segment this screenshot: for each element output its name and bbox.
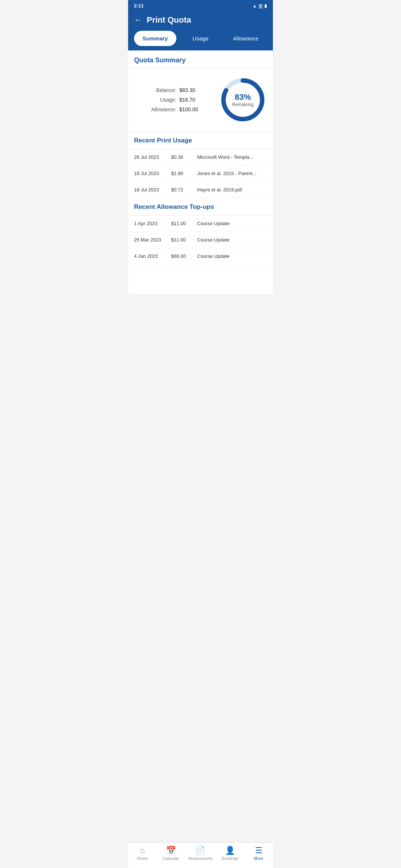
usage-value: $16.70 (179, 97, 195, 103)
tabs-container: Summary Usage Allowance (128, 31, 273, 50)
tab-usage[interactable]: Usage (179, 31, 222, 46)
topup-row-0: 1 Apr 2023 $11.00 Course Update (128, 216, 273, 232)
topup-amount-1: $11.00 (171, 237, 197, 243)
quota-summary-title: Quota Summary (134, 56, 186, 64)
balance-value: $83.30 (179, 87, 195, 93)
content-area: Quota Summary Balance: $83.30 Usage: $16… (128, 50, 273, 294)
donut-remaining-label: Remaining (232, 102, 253, 107)
quota-stats: Balance: $83.30 Usage: $16.70 Allowance:… (143, 87, 198, 112)
balance-label: Balance: (143, 87, 176, 93)
topup-amount-2: $66.00 (171, 253, 197, 259)
topup-amount-0: $11.00 (171, 221, 197, 226)
print-desc-1: Jones et al. 2015 - Parent... (197, 171, 267, 176)
wifi-icon: ▲ (252, 3, 257, 9)
topups-title: Recent Allowance Top-ups (134, 203, 214, 210)
header: ← Print Quota (128, 11, 273, 31)
back-button[interactable]: ← (134, 16, 142, 24)
print-usage-header: Recent Print Usage (128, 132, 273, 149)
print-usage-row-0: 26 Jul 2023 $0.36 Microsoft Word - Templ… (128, 149, 273, 165)
topup-desc-1: Course Update (197, 237, 267, 243)
tab-allowance[interactable]: Allowance (225, 31, 267, 46)
bottom-spacer (128, 264, 273, 294)
topup-date-1: 25 Mar 2023 (134, 237, 171, 243)
allowance-value: $100.00 (179, 106, 198, 112)
time: 2:11 (134, 3, 144, 9)
print-usage-row-2: 19 Jul 2023 $0.72 Hayre et al. 2019.pdf (128, 182, 273, 198)
print-amount-2: $0.72 (171, 187, 197, 193)
print-usage-title: Recent Print Usage (134, 137, 192, 144)
print-amount-1: $1.90 (171, 171, 197, 176)
print-date-0: 26 Jul 2023 (134, 154, 171, 160)
topup-row-1: 25 Mar 2023 $11.00 Course Update (128, 232, 273, 248)
print-desc-0: Microsoft Word - Templa... (197, 154, 267, 160)
topup-desc-2: Course Update (197, 253, 267, 259)
print-amount-0: $0.36 (171, 154, 197, 160)
topups-header: Recent Allowance Top-ups (128, 198, 273, 216)
status-icons: ▲ ||| ▮ (252, 3, 267, 9)
allowance-row: Allowance: $100.00 (143, 106, 198, 112)
donut-chart: 83% Remaining (219, 76, 267, 124)
page-title: Print Quota (147, 15, 191, 25)
signal-icon: ||| (259, 3, 263, 9)
allowance-label: Allowance: (143, 106, 176, 112)
tab-summary[interactable]: Summary (134, 31, 176, 46)
topup-date-0: 1 Apr 2023 (134, 221, 171, 226)
usage-row: Usage: $16.70 (143, 97, 198, 103)
donut-text: 83% Remaining (232, 92, 253, 108)
quota-summary-header: Quota Summary (128, 50, 273, 68)
print-date-2: 19 Jul 2023 (134, 187, 171, 193)
donut-percent: 83% (232, 92, 253, 102)
print-desc-2: Hayre et al. 2019.pdf (197, 187, 267, 193)
topup-desc-0: Course Update (197, 221, 267, 226)
balance-row: Balance: $83.30 (143, 87, 198, 93)
usage-label: Usage: (143, 97, 176, 103)
print-date-1: 19 Jul 2023 (134, 171, 171, 176)
topup-date-2: 4 Jan 2023 (134, 253, 171, 259)
quota-card: Balance: $83.30 Usage: $16.70 Allowance:… (128, 68, 273, 132)
print-usage-row-1: 19 Jul 2023 $1.90 Jones et al. 2015 - Pa… (128, 165, 273, 182)
status-bar: 2:11 ▲ ||| ▮ (128, 0, 273, 11)
battery-icon: ▮ (264, 3, 267, 9)
topup-row-2: 4 Jan 2023 $66.00 Course Update (128, 248, 273, 264)
